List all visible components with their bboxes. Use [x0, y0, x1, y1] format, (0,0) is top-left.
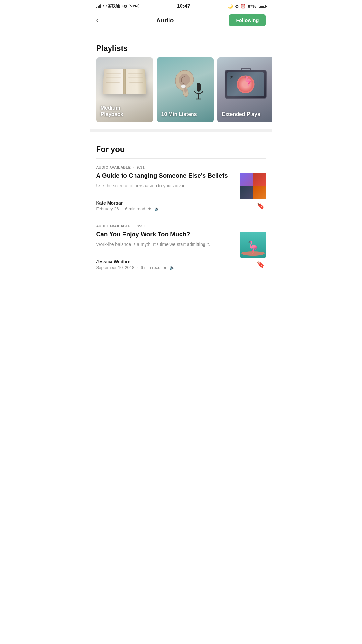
dot-2: · [133, 224, 134, 228]
signal-icon [96, 4, 102, 8]
playlist-card-10min[interactable]: 10 Min Listens [157, 57, 214, 122]
duration-2: 8:30 [137, 224, 145, 228]
article-author-info-2: Jessica Wildfire September 10, 2018 · 6 … [96, 259, 255, 270]
flamingo-illustration: 🦩 ✈ [219, 61, 272, 108]
svg-rect-1 [197, 83, 201, 92]
audio-label-2: AUDIO AVAILABLE [96, 224, 131, 228]
article-meta-1: AUDIO AVAILABLE · 9:31 [96, 165, 266, 169]
bookmark-icon-2[interactable]: 🔖 [255, 259, 266, 270]
target-icon: ⊙ [235, 4, 239, 9]
article-excerpt-2: Work-life balance is a myth. It's time w… [96, 241, 236, 248]
article-thumbnail-2: 🦩 [240, 232, 266, 258]
audio-play-icon-1[interactable]: 🔈 [154, 206, 159, 211]
article-meta-2: AUDIO AVAILABLE · 8:30 [96, 224, 266, 228]
article-author-row-2: Jessica Wildfire September 10, 2018 · 6 … [96, 259, 266, 270]
author-name-1: Kate Morgan [96, 200, 255, 205]
back-button[interactable]: ‹ [96, 15, 101, 26]
battery-icon [259, 5, 266, 8]
duration-1: 9:31 [137, 165, 145, 169]
back-icon: ‹ [96, 16, 99, 24]
battery-label: 87% [248, 4, 256, 9]
article-readtime-1: 6 min read [125, 206, 145, 211]
network-label: 4G [122, 4, 127, 9]
article-excerpt-1: Use the science of persuasion to your ad… [96, 182, 236, 189]
ear-mic-illustration [160, 61, 210, 106]
article-title-1: A Guide to Changing Someone Else's Belie… [96, 172, 236, 180]
author-name-2: Jessica Wildfire [96, 259, 255, 264]
playlists-scroll[interactable]: Medium Playback [90, 57, 272, 129]
status-right: 🌙 ⊙ ⏰ 87% [228, 4, 266, 9]
dot-1: · [133, 165, 134, 169]
article-date-row-2: September 10, 2018 · 6 min read ★ 🔈 [96, 265, 255, 270]
audio-play-icon-2[interactable]: 🔈 [169, 265, 175, 270]
status-bar: 中国联通 4G VPN 10:47 🌙 ⊙ ⏰ 87% [90, 0, 272, 11]
playlist-card-extended-plays[interactable]: 🦩 ✈ Extended Plays [217, 57, 272, 122]
microphone-svg [193, 82, 204, 101]
star-icon-2[interactable]: ★ [163, 265, 167, 270]
article-date-1: February 26 [96, 206, 119, 211]
playlist-label-medium: Medium Playback [101, 105, 123, 118]
article-author-info-1: Kate Morgan February 26 · 6 min read ★ 🔈 [96, 200, 255, 211]
moon-icon: 🌙 [228, 4, 233, 9]
article-title-2: Can You Enjoy Work Too Much? [96, 230, 236, 239]
article-text-col-1: A Guide to Changing Someone Else's Belie… [96, 172, 236, 193]
following-button[interactable]: Following [229, 14, 266, 26]
article-date-row-1: February 26 · 6 min read ★ 🔈 [96, 206, 255, 211]
nav-header: ‹ Audio Following [90, 11, 272, 31]
for-you-title: For you [90, 139, 272, 158]
article-date-2: September 10, 2018 [96, 265, 134, 270]
article-text-col-2: Can You Enjoy Work Too Much? Work-life b… [96, 230, 236, 252]
clock: 10:47 [177, 3, 190, 9]
article-readtime-2: 6 min read [141, 265, 160, 270]
ear-svg [174, 69, 196, 98]
svg-point-0 [181, 85, 186, 88]
playlist-card-medium-playback[interactable]: Medium Playback [96, 57, 153, 122]
playlist-label-10min: 10 Min Listens [161, 111, 197, 118]
for-you-section: For you AUDIO AVAILABLE · 9:31 A Guide t… [90, 132, 272, 276]
bookmark-icon-1[interactable]: 🔖 [255, 201, 266, 211]
vpn-badge: VPN [129, 4, 139, 8]
section-divider [90, 129, 272, 132]
playlist-label-extended: Extended Plays [222, 111, 260, 118]
alarm-icon: ⏰ [240, 4, 246, 9]
article-thumbnail-1 [240, 173, 266, 199]
article-author-row-1: Kate Morgan February 26 · 6 min read ★ 🔈… [96, 200, 266, 211]
article-content-row-1: A Guide to Changing Someone Else's Belie… [96, 172, 266, 199]
star-icon-1[interactable]: ★ [148, 206, 152, 211]
page-title: Audio [156, 17, 174, 24]
article-item-1[interactable]: AUDIO AVAILABLE · 9:31 A Guide to Changi… [90, 159, 272, 217]
article-content-row-2: Can You Enjoy Work Too Much? Work-life b… [96, 230, 266, 258]
carrier-label: 中国联通 [103, 3, 120, 9]
article-item-2[interactable]: AUDIO AVAILABLE · 8:30 Can You Enjoy Wor… [90, 217, 272, 276]
book-illustration [99, 61, 150, 106]
audio-label-1: AUDIO AVAILABLE [96, 165, 131, 169]
status-left: 中国联通 4G VPN [96, 3, 139, 9]
playlists-section: Playlists [90, 31, 272, 129]
playlists-title: Playlists [90, 38, 272, 57]
